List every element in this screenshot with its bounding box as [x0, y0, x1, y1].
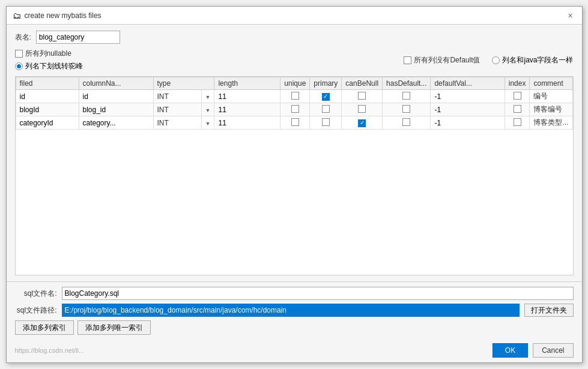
table-cell[interactable]	[431, 90, 505, 103]
table-cell[interactable]	[383, 116, 431, 130]
type-cell[interactable]: INT	[153, 90, 201, 103]
checkbox[interactable]	[291, 105, 299, 113]
underscore-radio[interactable]	[15, 62, 23, 70]
title-bar: 🗂 create new mybatis files ×	[7, 7, 582, 25]
col-length: length	[214, 77, 280, 90]
same-name-radio[interactable]	[492, 56, 500, 64]
table-cell[interactable]	[16, 116, 79, 130]
table-cell[interactable]	[280, 103, 310, 116]
dialog: 🗂 create new mybatis files × 表名: 所有列null…	[6, 6, 583, 363]
table-name-label: 表名:	[15, 32, 31, 43]
dropdown-arrow-icon[interactable]: ▼	[205, 107, 211, 113]
checkbox[interactable]	[402, 92, 410, 100]
underscore-label: 列名下划线转驼峰	[25, 61, 83, 71]
sql-path-label: sql文件路径:	[15, 305, 57, 316]
close-button[interactable]: ×	[565, 10, 576, 21]
col-unique: unique	[280, 77, 310, 90]
table-row: INT▼编号	[16, 90, 572, 103]
type-cell[interactable]: INT	[153, 116, 201, 130]
type-arrow-cell[interactable]: ▼	[201, 116, 214, 130]
sql-path-row: sql文件路径: 打开文件夹	[15, 304, 574, 317]
table-cell: 编号	[530, 90, 572, 103]
dropdown-arrow-icon[interactable]: ▼	[205, 94, 211, 100]
col-primary: primary	[310, 77, 342, 90]
options-right: 所有列没有Default值 列名和java字段名一样	[404, 55, 573, 65]
table-cell[interactable]	[431, 116, 505, 130]
table-cell[interactable]	[342, 103, 383, 116]
checkbox[interactable]	[514, 92, 521, 100]
table-cell[interactable]	[79, 90, 153, 103]
checkbox[interactable]	[402, 105, 410, 113]
no-default-checkbox[interactable]	[404, 56, 411, 64]
no-default-option: 所有列没有Default值	[404, 55, 480, 65]
checkbox[interactable]	[322, 93, 330, 101]
table-cell[interactable]	[342, 116, 383, 130]
col-hasdefault: hasDefault...	[383, 77, 431, 90]
table-cell[interactable]	[383, 90, 431, 103]
sql-file-input[interactable]	[62, 287, 574, 300]
checkbox[interactable]	[514, 118, 521, 126]
checkbox[interactable]	[291, 92, 299, 100]
table-row: INT▼博客类型...	[16, 116, 572, 130]
table-cell[interactable]	[214, 103, 280, 116]
sql-path-input[interactable]	[62, 304, 520, 317]
table-cell[interactable]	[310, 116, 342, 130]
table-cell: 博客编号	[530, 103, 572, 116]
checkbox[interactable]	[358, 119, 366, 127]
underscore-radio-row: 列名下划线转驼峰	[15, 61, 83, 71]
col-index: index	[505, 77, 530, 90]
checkbox[interactable]	[402, 118, 410, 126]
type-arrow-cell[interactable]: ▼	[201, 90, 214, 103]
col-cannull: canBeNull	[342, 77, 383, 90]
cancel-button[interactable]: Cancel	[533, 343, 573, 358]
table-cell[interactable]	[79, 103, 153, 116]
table-cell[interactable]	[505, 116, 530, 130]
checkbox[interactable]	[358, 105, 366, 113]
watermark: https://blog.csdn.net/li...	[15, 347, 85, 354]
table-cell[interactable]	[16, 90, 79, 103]
table-cell[interactable]	[505, 103, 530, 116]
same-name-label: 列名和java字段名一样	[502, 55, 573, 65]
table-cell[interactable]	[79, 116, 153, 130]
table-cell[interactable]	[16, 103, 79, 116]
ok-button[interactable]: OK	[493, 343, 528, 358]
table-cell[interactable]	[310, 90, 342, 103]
table-cell[interactable]	[280, 90, 310, 103]
checkbox[interactable]	[322, 105, 330, 113]
bottom-section: sql文件名: sql文件路径: 打开文件夹 添加多列索引 添加多列唯一索引	[7, 281, 582, 340]
options-left: 所有列nullable 列名下划线转驼峰	[15, 49, 83, 71]
action-buttons-row: 添加多列索引 添加多列唯一索引	[15, 320, 574, 335]
type-value: INT	[157, 92, 169, 101]
checkbox[interactable]	[358, 92, 366, 100]
table-cell[interactable]	[505, 90, 530, 103]
table-cell[interactable]	[342, 90, 383, 103]
nullable-checkbox[interactable]	[15, 50, 23, 58]
checkbox[interactable]	[514, 105, 521, 113]
checkbox[interactable]	[291, 118, 299, 126]
table-name-input[interactable]	[36, 31, 120, 44]
type-value: INT	[157, 106, 169, 114]
open-folder-button[interactable]: 打开文件夹	[524, 304, 574, 317]
table-cell[interactable]	[280, 116, 310, 130]
table-cell[interactable]	[431, 103, 505, 116]
table-body: INT▼编号INT▼博客编号INT▼博客类型...	[16, 90, 572, 130]
table-cell[interactable]	[214, 90, 280, 103]
options-row: 所有列nullable 列名下划线转驼峰 所有列没有Default值 列名和ja…	[15, 49, 574, 71]
dropdown-arrow-icon[interactable]: ▼	[205, 121, 211, 127]
type-arrow-cell[interactable]: ▼	[201, 103, 214, 116]
checkbox[interactable]	[322, 118, 330, 126]
add-multi-index-button[interactable]: 添加多列索引	[15, 320, 74, 335]
table-name-row: 表名:	[15, 31, 574, 44]
type-value: INT	[157, 119, 169, 127]
data-table-container: filed columnNa... type length unique pri…	[15, 76, 574, 275]
table-header: filed columnNa... type length unique pri…	[16, 77, 572, 90]
sql-file-label: sql文件名:	[15, 289, 57, 299]
dialog-content: 表名: 所有列nullable 列名下划线转驼峰	[7, 25, 582, 281]
type-cell[interactable]: INT	[153, 103, 201, 116]
table-cell[interactable]	[383, 103, 431, 116]
table-cell[interactable]	[214, 116, 280, 130]
add-multi-unique-button[interactable]: 添加多列唯一索引	[77, 320, 151, 335]
col-comment: comment	[530, 77, 572, 90]
col-type: type	[153, 77, 214, 90]
table-cell[interactable]	[310, 103, 342, 116]
